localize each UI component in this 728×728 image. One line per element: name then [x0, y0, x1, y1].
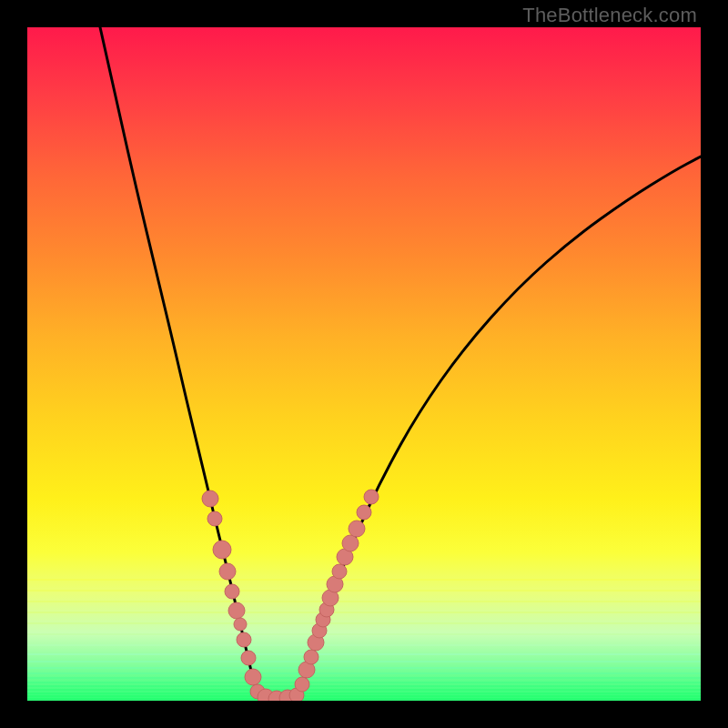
marker-dot	[202, 490, 218, 507]
marker-dot	[219, 563, 236, 580]
marker-dot	[342, 535, 359, 551]
marker-dot	[225, 584, 239, 599]
marker-dot	[295, 677, 309, 692]
marker-dot	[349, 521, 365, 537]
marker-dot	[228, 602, 245, 619]
curve-layer	[27, 27, 701, 701]
frame-left	[0, 0, 27, 728]
marker-dot	[332, 564, 347, 579]
marker-dot	[207, 511, 222, 526]
marker-dot	[304, 650, 318, 664]
watermark-text: TheBottleneck.com	[522, 4, 697, 27]
marker-dot	[357, 505, 371, 520]
marker-dots	[202, 490, 379, 701]
plot-area	[27, 27, 701, 701]
marker-dot	[213, 541, 231, 559]
marker-dot	[237, 632, 251, 647]
marker-dot	[364, 490, 379, 504]
frame-bottom	[0, 701, 728, 728]
frame-right	[701, 0, 728, 728]
bottleneck-curve	[100, 27, 701, 700]
marker-dot	[245, 669, 261, 685]
marker-dot	[234, 618, 247, 631]
marker-dot	[241, 651, 256, 665]
